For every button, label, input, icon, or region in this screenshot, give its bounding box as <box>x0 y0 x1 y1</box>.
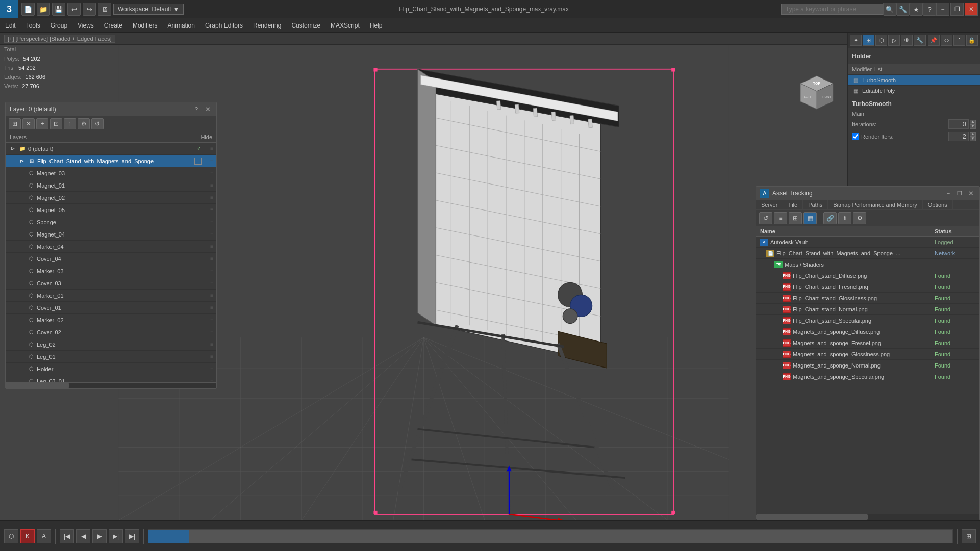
asset-row-specular[interactable]: PNG Flip_Chart_stand_Specular.png Found <box>756 315 979 326</box>
menu-group[interactable]: Group <box>45 18 72 32</box>
layer-close-button[interactable]: ✕ <box>203 104 212 114</box>
layer-row-marker02[interactable]: ⬡ Marker_02 ≡ <box>6 314 216 326</box>
asset-menu-file[interactable]: File <box>783 200 803 209</box>
menu-graph-editors[interactable]: Graph Editors <box>200 18 248 32</box>
asset-menu-server[interactable]: Server <box>756 200 783 209</box>
prev-frame-btn[interactable]: ◀ <box>76 529 90 543</box>
create-tab-btn[interactable]: ✦ <box>850 35 862 46</box>
asset-row-mag-specular[interactable]: PNG Magnets_and_sponge_Specular.png Foun… <box>756 371 979 382</box>
layer-row-cover04[interactable]: ⬡ Cover_04 ≡ <box>6 253 216 265</box>
layer-row-cover02[interactable]: ⬡ Cover_02 ≡ <box>6 326 216 338</box>
utilities-tab-btn[interactable]: 🔧 <box>914 35 925 46</box>
go-start-btn[interactable]: |◀ <box>60 529 74 543</box>
pin-tab-btn[interactable]: 📌 <box>928 35 940 46</box>
layer-refresh-btn[interactable]: ↺ <box>91 118 104 129</box>
asset-row-mag-normal[interactable]: PNG Magnets_and_sponge_Normal.png Found <box>756 360 979 371</box>
layer-row-magnet05[interactable]: ⬡ Magnet_05 ≡ <box>6 204 216 216</box>
layer-row-flipchart[interactable]: ⊳ ⊞ Flip_Chart_Stand_with_Magnets_and_Sp… <box>6 155 216 167</box>
layer-row-cover01[interactable]: ⬡ Cover_01 ≡ <box>6 302 216 314</box>
open-button[interactable]: 📁 <box>37 3 50 16</box>
render-iters-input[interactable] <box>948 132 969 141</box>
render-iters-down[interactable]: ▼ <box>970 137 976 141</box>
help-button[interactable]: ? <box>923 3 936 16</box>
asset-minimize-btn[interactable]: − <box>944 189 953 198</box>
modify-tab-btn[interactable]: ⊞ <box>863 35 874 46</box>
asset-row-glossiness[interactable]: PNG Flip_Chart_stand_Glossiness.png Foun… <box>756 293 979 304</box>
layer-delete-btn[interactable]: ✕ <box>22 118 35 129</box>
minimize-button[interactable]: − <box>936 3 949 16</box>
asset-menu-paths[interactable]: Paths <box>803 200 828 209</box>
asset-row-diffuse[interactable]: PNG Flip_Chart_stand_Diffuse.png Found <box>756 270 979 281</box>
layer-row-leg01[interactable]: ⬡ Leg_01 ≡ <box>6 351 216 363</box>
asset-row-normal[interactable]: PNG Flip_Chart_stand_Normal.png Found <box>756 304 979 315</box>
asset-menu-options[interactable]: Options <box>923 200 953 209</box>
menu-help[interactable]: Help <box>365 18 388 32</box>
next-frame-btn[interactable]: ▶| <box>109 529 123 543</box>
workspace-dropdown[interactable]: Workspace: Default ▼ <box>113 4 184 15</box>
asset-grid-btn[interactable]: ⊞ <box>789 212 802 224</box>
menu-tools[interactable]: Tools <box>21 18 45 32</box>
play-btn[interactable]: ▶ <box>92 529 107 543</box>
asset-row-fresnel[interactable]: PNG Flip_Chart_stand_Fresnel.png Found <box>756 281 979 293</box>
menu-animation[interactable]: Animation <box>163 18 200 32</box>
save-button[interactable]: 💾 <box>52 3 65 16</box>
layer-row-default[interactable]: ⊳ 📁 0 (default) ✓ ≡ <box>6 143 216 155</box>
layer-move-to-btn[interactable]: ↑ <box>64 118 76 129</box>
redo-button[interactable]: ↪ <box>83 3 96 16</box>
menu-rendering[interactable]: Rendering <box>248 18 286 32</box>
menu-edit[interactable]: Edit <box>0 18 21 32</box>
render-iters-checkbox[interactable] <box>852 133 859 140</box>
new-button[interactable]: 📄 <box>21 3 35 16</box>
asset-list-btn[interactable]: ≡ <box>774 212 787 224</box>
asset-table-btn[interactable]: ▦ <box>803 212 817 224</box>
layer-row-cover03[interactable]: ⬡ Cover_03 ≡ <box>6 277 216 290</box>
lock-tab-btn[interactable]: 🔒 <box>966 35 978 46</box>
search-options-button[interactable]: 🔧 <box>896 3 910 16</box>
time-slider[interactable] <box>148 529 953 543</box>
options-tab-btn[interactable]: ⋮ <box>953 35 965 46</box>
set-key-btn[interactable]: K <box>20 529 35 543</box>
iterations-down[interactable]: ▼ <box>970 124 976 129</box>
asset-refresh-btn[interactable]: ↺ <box>759 212 772 224</box>
layer-settings-btn[interactable]: ⚙ <box>78 118 90 129</box>
menu-create[interactable]: Create <box>99 18 128 32</box>
layer-select-objects-btn[interactable]: ⊡ <box>50 118 62 129</box>
asset-row-maps[interactable]: 🗺 Maps / Shaders <box>756 259 979 270</box>
asset-scrollbar[interactable] <box>756 514 979 520</box>
go-end-btn[interactable]: ▶| <box>125 529 139 543</box>
layer-row-marker03[interactable]: ⬡ Marker_03 ≡ <box>6 265 216 277</box>
layer-help-button[interactable]: ? <box>192 104 201 114</box>
layer-row-magnet01[interactable]: ⬡ Magnet_01 ≡ <box>6 179 216 192</box>
nav-cube[interactable]: TOP FRONT LEFT <box>796 73 837 114</box>
asset-restore-btn[interactable]: ❐ <box>955 189 964 198</box>
asset-info-btn[interactable]: ℹ <box>838 212 851 224</box>
menu-customize[interactable]: Customize <box>286 18 325 32</box>
search-button[interactable]: 🔍 <box>883 3 896 16</box>
keyframe-btn[interactable]: ⬡ <box>4 529 18 543</box>
asset-row-mag-glossiness[interactable]: PNG Magnets_and_sponge_Glossiness.png Fo… <box>756 349 979 360</box>
layer-row-marker04[interactable]: ⬡ Marker_04 ≡ <box>6 241 216 253</box>
expand-tab-btn[interactable]: ⇔ <box>941 35 952 46</box>
bookmark-button[interactable]: ★ <box>910 3 923 16</box>
asset-row-mag-diffuse[interactable]: PNG Magnets_and_sponge_Diffuse.png Found <box>756 326 979 337</box>
search-input[interactable] <box>781 4 883 15</box>
asset-close-btn[interactable]: ✕ <box>966 189 975 198</box>
asset-settings-btn[interactable]: ⚙ <box>853 212 866 224</box>
layer-row-sponge[interactable]: ⬡ Sponge ≡ <box>6 216 216 228</box>
scene-button[interactable]: 🖥 <box>98 3 111 16</box>
layer-row-holder[interactable]: ⬡ Holder ≡ <box>6 363 216 375</box>
layer-row-leg0301[interactable]: ⬡ Leg_03_01 ≡ <box>6 375 216 382</box>
close-button[interactable]: ✕ <box>965 3 978 16</box>
display-tab-btn[interactable]: 👁 <box>901 35 913 46</box>
asset-link-btn[interactable]: 🔗 <box>823 212 837 224</box>
time-config-btn[interactable]: ⊞ <box>962 529 976 543</box>
asset-row-mag-fresnel[interactable]: PNG Magnets_and_sponge_Fresnel.png Found <box>756 337 979 349</box>
asset-row-vault[interactable]: A Autodesk Vault Logged <box>756 237 979 248</box>
menu-maxscript[interactable]: MAXScript <box>325 18 365 32</box>
auto-key-btn[interactable]: A <box>37 529 51 543</box>
restore-button[interactable]: ❐ <box>950 3 964 16</box>
asset-menu-bitmap[interactable]: Bitmap Performance and Memory <box>828 200 922 209</box>
layer-row-magnet03[interactable]: ⬡ Magnet_03 ≡ <box>6 167 216 179</box>
menu-modifiers[interactable]: Modifiers <box>128 18 163 32</box>
layer-row-magnet02[interactable]: ⬡ Magnet_02 ≡ <box>6 192 216 204</box>
